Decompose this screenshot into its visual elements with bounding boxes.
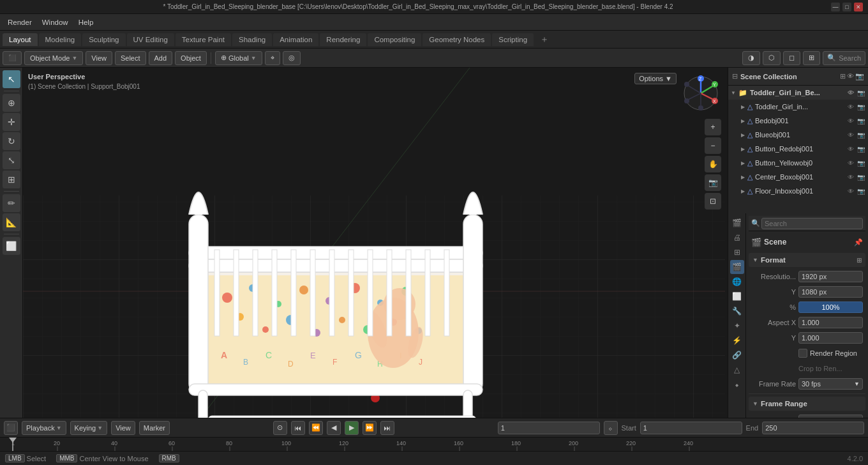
output-props-tab[interactable]: 🖨 <box>730 231 744 245</box>
tab-texture-paint[interactable]: Texture Paint <box>176 33 231 46</box>
proportional-edit-button[interactable]: ◎ <box>283 51 301 65</box>
cursor-tool-button[interactable]: ⊕ <box>3 94 20 112</box>
expand-arrow-3[interactable]: ▶ <box>741 132 745 138</box>
sync-button[interactable]: ⊙ <box>273 421 287 435</box>
outliner-item-7[interactable]: ▶ △ Floor_Inboxobj001 👁 📷 <box>728 184 868 198</box>
jump-next-button[interactable]: ⏩ <box>363 421 377 435</box>
start-frame-input[interactable]: 1 <box>640 422 742 434</box>
jump-to-start-button[interactable]: ⏮ <box>291 421 305 435</box>
render-props-tab[interactable]: 🎬 <box>730 216 744 230</box>
object-mode-dropdown[interactable]: Object Mode ▼ <box>24 51 83 65</box>
tab-compositing[interactable]: Compositing <box>368 33 421 46</box>
viewport-gizmo[interactable]: Z Y X <box>682 74 720 112</box>
format-section-header[interactable]: ▼ Format ⊞ <box>749 253 865 267</box>
visibility-btn-0[interactable]: 👁 <box>846 89 855 96</box>
scene-props-tab[interactable]: 🎬 <box>730 260 744 274</box>
current-frame-input[interactable]: 1 <box>498 422 600 434</box>
outliner-item-5[interactable]: ▶ △ Button_Yellowobj0 👁 📷 <box>728 156 868 170</box>
transform-tool-button[interactable]: ⊞ <box>3 171 20 188</box>
zoom-in-button[interactable]: + <box>705 119 721 135</box>
visibility-btn-7[interactable]: 👁 <box>846 188 855 195</box>
object-visibility-button[interactable]: ⊡ <box>705 193 721 210</box>
outliner-item-1[interactable]: ▶ △ Toddler_Girl_in... 👁 📷 <box>728 100 868 114</box>
header-search[interactable]: 🔍 Layout Search <box>823 51 865 65</box>
expand-arrow-1[interactable]: ▶ <box>741 104 745 110</box>
play-button[interactable]: ▶ <box>345 421 359 435</box>
minimize-button[interactable]: — <box>831 3 840 11</box>
frame-rate-dropdown[interactable]: 30 fps ▼ <box>798 378 863 390</box>
timeline-view-menu[interactable]: View <box>111 421 135 435</box>
view-menu[interactable]: View <box>86 51 112 65</box>
properties-search-input[interactable] <box>761 218 863 229</box>
menu-help[interactable]: Help <box>73 17 99 27</box>
tab-sculpting[interactable]: Sculpting <box>82 33 125 46</box>
particles-props-tab[interactable]: ✦ <box>730 319 744 333</box>
render-btn-2[interactable]: 📷 <box>857 118 865 125</box>
modifier-props-tab[interactable]: 🔧 <box>730 304 744 318</box>
keyframe-icon[interactable]: ⬦ <box>604 421 618 435</box>
select-menu[interactable]: Select <box>115 51 146 65</box>
visibility-btn-2[interactable]: 👁 <box>846 118 855 125</box>
tab-scripting[interactable]: Scripting <box>492 33 534 46</box>
add-menu[interactable]: Add <box>149 51 173 65</box>
material-props-tab[interactable]: ⬥ <box>730 377 744 392</box>
render-btn-6[interactable]: 📷 <box>857 174 865 181</box>
frame-start-value[interactable]: 1 <box>798 415 863 418</box>
close-button[interactable]: ✕ <box>854 3 863 11</box>
expand-arrow-4[interactable]: ▶ <box>741 146 745 152</box>
viewport-gizmo-button[interactable]: ⊞ <box>803 51 820 65</box>
camera-view-button[interactable]: 📷 <box>705 174 721 191</box>
frame-range-section-header[interactable]: ▼ Frame Range <box>749 397 865 411</box>
resolution-x-value[interactable]: 1920 px <box>798 271 863 282</box>
tab-geometry-nodes[interactable]: Geometry Nodes <box>423 33 491 46</box>
tab-uv-editing[interactable]: UV Editing <box>127 33 174 46</box>
editor-type-button[interactable]: ⬛ <box>3 51 22 65</box>
render-btn-0[interactable]: 📷 <box>857 89 865 96</box>
view-layer-props-tab[interactable]: ⊞ <box>730 245 744 259</box>
visibility-btn-3[interactable]: 👁 <box>846 132 855 139</box>
scale-tool-button[interactable]: ⤡ <box>3 151 20 169</box>
aspect-x-value[interactable]: 1.000 <box>798 317 863 328</box>
move-tool-button[interactable]: ✛ <box>3 113 20 131</box>
outliner-item-3[interactable]: ▶ △ Blueobj001 👁 📷 <box>728 128 868 142</box>
measure-tool-button[interactable]: 📐 <box>3 213 20 231</box>
resolution-y-value[interactable]: 1080 px <box>798 286 863 298</box>
jump-back-button[interactable]: ⏪ <box>309 421 323 435</box>
render-btn-4[interactable]: 📷 <box>857 146 865 153</box>
expand-arrow-6[interactable]: ▶ <box>741 174 745 180</box>
snap-button[interactable]: ⌖ <box>265 51 280 65</box>
visibility-filter-icon[interactable]: 👁 <box>847 72 854 80</box>
expand-arrow-7[interactable]: ▶ <box>741 188 745 194</box>
format-settings-icon[interactable]: ⊞ <box>857 257 862 264</box>
render-btn-1[interactable]: 📷 <box>857 103 865 111</box>
filter-icon[interactable]: ⊞ <box>840 72 846 80</box>
xray-button[interactable]: ◻ <box>783 51 800 65</box>
viewport-3d[interactable]: A B C D E F G H I J <box>23 68 728 418</box>
end-frame-input[interactable]: 250 <box>762 422 864 434</box>
expand-arrow-2[interactable]: ▶ <box>741 118 745 124</box>
pan-button[interactable]: ✋ <box>705 156 721 172</box>
outliner-menu-icon[interactable]: ⊟ <box>732 72 738 80</box>
select-tool-button[interactable]: ↖ <box>3 70 20 88</box>
outliner-item-0[interactable]: ▼ 📁 Toddler_Girl_in_Be... 👁 📷 <box>728 86 868 100</box>
tab-layout[interactable]: Layout <box>3 33 38 46</box>
tab-shading[interactable]: Shading <box>232 33 272 46</box>
timeline-editor-type-button[interactable]: ⬛ <box>4 421 18 435</box>
tab-animation[interactable]: Animation <box>273 33 318 46</box>
keying-menu[interactable]: Keying ▼ <box>70 421 108 435</box>
render-btn-5[interactable]: 📷 <box>857 160 865 167</box>
maximize-button[interactable]: □ <box>842 3 851 11</box>
visibility-btn-5[interactable]: 👁 <box>846 160 855 167</box>
options-button[interactable]: Options ▼ <box>634 73 677 84</box>
add-cube-button[interactable]: ⬜ <box>3 237 20 255</box>
constraints-props-tab[interactable]: 🔗 <box>730 348 744 362</box>
physics-props-tab[interactable]: ⚡ <box>730 333 744 347</box>
playback-menu[interactable]: Playback ▼ <box>22 421 66 435</box>
render-filter-icon[interactable]: 📷 <box>855 72 864 80</box>
outliner-item-2[interactable]: ▶ △ Bedobj001 👁 📷 <box>728 114 868 128</box>
object-props-tab[interactable]: ⬜ <box>730 289 744 303</box>
resolution-pct-value[interactable]: 100% <box>798 301 863 313</box>
menu-render[interactable]: Render <box>3 17 37 27</box>
jump-to-end-button[interactable]: ⏭ <box>380 421 394 435</box>
scene-pin-icon[interactable]: 📌 <box>854 238 863 247</box>
